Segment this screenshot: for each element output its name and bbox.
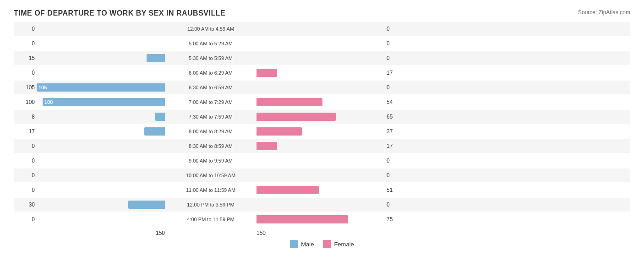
male-value: 8 (14, 114, 37, 120)
female-bar (257, 215, 348, 223)
table-row: 87:30 AM to 7:59 AM65 (14, 110, 630, 124)
male-bar (144, 127, 165, 136)
male-value: 0 (14, 143, 37, 149)
male-bar (147, 54, 165, 62)
chart-title: TIME OF DEPARTURE TO WORK BY SEX IN RAUB… (14, 9, 630, 17)
female-bar-container (257, 142, 385, 150)
female-value: 37 (385, 128, 408, 135)
time-label: 7:00 AM to 7:29 AM (165, 99, 257, 105)
female-bar-container (257, 127, 385, 136)
female-legend-box (323, 240, 331, 248)
male-value: 0 (14, 26, 37, 32)
time-label: 10:00 AM to 10:59 AM (165, 173, 257, 178)
chart-container: TIME OF DEPARTURE TO WORK BY SEX IN RAUB… (0, 0, 644, 272)
male-bar (128, 201, 165, 209)
female-value: 0 (385, 201, 408, 208)
female-legend-label: Female (334, 241, 354, 248)
male-bar-container: 105 (37, 83, 165, 92)
time-label: 6:30 AM to 6:59 AM (165, 85, 257, 90)
female-value: 0 (385, 26, 408, 32)
male-value: 105 (14, 84, 37, 91)
female-value: 0 (385, 84, 408, 91)
male-value: 0 (14, 158, 37, 164)
axis-right: 150 (257, 230, 408, 236)
time-label: 11:00 AM to 11:59 AM (165, 187, 257, 193)
male-value: 0 (14, 216, 37, 223)
table-row: 011:00 AM to 11:59 AM51 (14, 183, 630, 197)
time-label: 5:30 AM to 5:59 AM (165, 55, 257, 61)
time-label: 6:00 AM to 6:29 AM (165, 70, 257, 76)
table-row: 08:30 AM to 8:59 AM17 (14, 139, 630, 153)
time-label: 8:30 AM to 8:59 AM (165, 143, 257, 149)
axis-row: 150 150 (14, 230, 630, 236)
female-value: 54 (385, 99, 408, 105)
table-row: 05:00 AM to 5:29 AM0 (14, 37, 630, 50)
female-bar (257, 127, 302, 136)
male-value: 30 (14, 201, 37, 208)
female-bar-container (257, 69, 385, 77)
table-row: 09:00 AM to 9:59 AM0 (14, 154, 630, 168)
male-bar: 105 (37, 83, 165, 92)
time-label: 4:00 PM to 11:59 PM (165, 217, 257, 222)
female-bar-container (257, 186, 385, 194)
male-bar-container (37, 201, 165, 209)
male-bar-container (37, 113, 165, 121)
female-bar (257, 142, 277, 150)
table-row: 1051056:30 AM to 6:59 AM0 (14, 81, 630, 94)
female-value: 17 (385, 143, 408, 149)
male-value: 17 (14, 128, 37, 135)
table-row: 012:00 AM to 4:59 AM0 (14, 22, 630, 36)
axis-left: 150 (14, 230, 165, 236)
female-value: 0 (385, 40, 408, 47)
time-label: 7:30 AM to 7:59 AM (165, 114, 257, 120)
male-value: 100 (14, 99, 37, 105)
male-value: 0 (14, 187, 37, 193)
female-bar (257, 186, 319, 194)
table-row: 1001007:00 AM to 7:29 AM54 (14, 95, 630, 109)
time-label: 12:00 PM to 3:59 PM (165, 202, 257, 207)
male-bar (155, 113, 165, 121)
male-value: 0 (14, 40, 37, 47)
table-row: 178:00 AM to 8:29 AM37 (14, 125, 630, 138)
female-value: 0 (385, 158, 408, 164)
female-value: 75 (385, 216, 408, 223)
female-bar-container (257, 215, 385, 223)
male-bar-container (37, 127, 165, 136)
male-value: 15 (14, 55, 37, 61)
chart-body: 012:00 AM to 4:59 AM005:00 AM to 5:29 AM… (14, 22, 630, 226)
table-row: 155:30 AM to 5:59 AM0 (14, 51, 630, 65)
male-value: 0 (14, 172, 37, 179)
female-value: 65 (385, 114, 408, 120)
time-label: 8:00 AM to 8:29 AM (165, 129, 257, 134)
table-row: 04:00 PM to 11:59 PM75 (14, 212, 630, 226)
female-value: 51 (385, 187, 408, 193)
table-row: 06:00 AM to 6:29 AM17 (14, 66, 630, 80)
female-value: 0 (385, 172, 408, 179)
time-label: 12:00 AM to 4:59 AM (165, 26, 257, 32)
time-label: 9:00 AM to 9:59 AM (165, 158, 257, 163)
female-bar (257, 113, 336, 121)
legend-row: Male Female (14, 240, 630, 248)
chart-source: Source: ZipAtlas.com (578, 9, 630, 16)
male-bar-container (37, 54, 165, 62)
male-legend-label: Male (301, 241, 314, 248)
female-bar (257, 98, 322, 106)
table-row: 3012:00 PM to 3:59 PM0 (14, 198, 630, 212)
female-value: 0 (385, 55, 408, 61)
female-bar-container (257, 98, 385, 106)
male-legend-box (290, 240, 298, 248)
legend-female: Female (323, 240, 354, 248)
male-bar: 100 (43, 98, 165, 106)
table-row: 010:00 AM to 10:59 AM0 (14, 169, 630, 182)
legend-male: Male (290, 240, 314, 248)
male-value: 0 (14, 70, 37, 76)
female-bar (257, 69, 277, 77)
time-label: 5:00 AM to 5:29 AM (165, 41, 257, 46)
male-bar-container: 100 (37, 98, 165, 106)
female-bar-container (257, 113, 385, 121)
female-value: 17 (385, 70, 408, 76)
